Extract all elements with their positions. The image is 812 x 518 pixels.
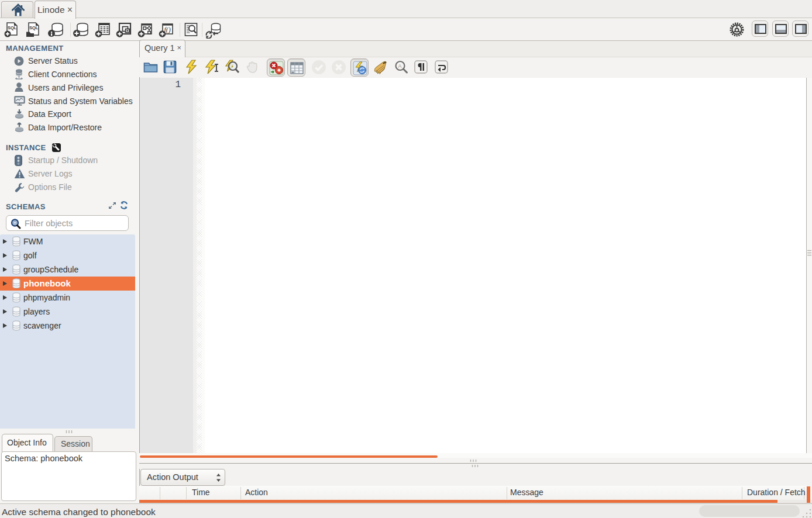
svg-text:SQL: SQL: [29, 25, 39, 30]
svg-text:A: A: [398, 63, 402, 69]
svg-text:SQL: SQL: [8, 25, 17, 30]
